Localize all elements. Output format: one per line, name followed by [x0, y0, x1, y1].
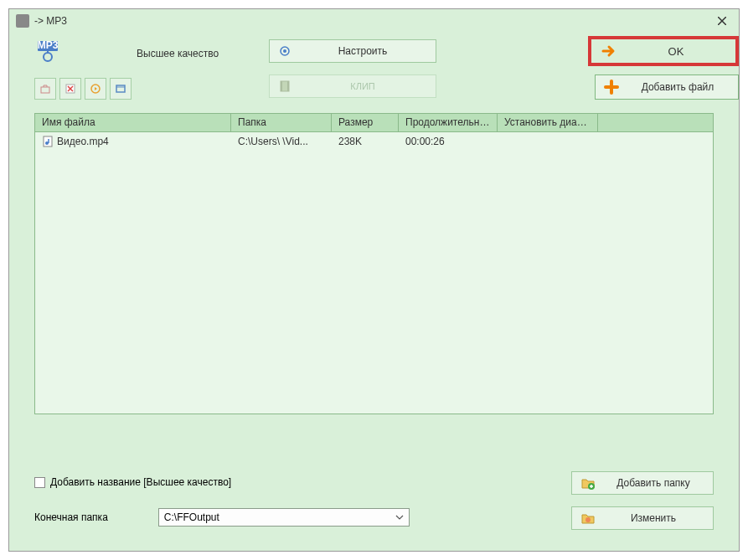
- main-window: -> MP3 MP3 Высшее качество Настроить OK …: [8, 8, 740, 552]
- folder-edit-icon: [580, 511, 596, 526]
- add-title-label: Добавить название [Высшее качество]: [50, 476, 231, 488]
- film-icon: [278, 80, 291, 93]
- chevron-down-icon: [395, 515, 404, 520]
- td-setrange: [498, 139, 598, 144]
- ok-label: OK: [627, 45, 725, 58]
- svg-text:MP3: MP3: [38, 39, 59, 51]
- add-file-label: Добавить файл: [626, 81, 730, 93]
- arrow-right-icon: [601, 44, 616, 59]
- change-folder-label: Изменить: [602, 512, 704, 524]
- close-icon: [718, 17, 726, 25]
- small-toolbar: [34, 78, 132, 100]
- folder-add-icon: [580, 475, 596, 491]
- clip-label: КЛИП: [298, 81, 427, 91]
- clip-button[interactable]: КЛИП: [269, 74, 436, 98]
- play-button[interactable]: [85, 78, 106, 100]
- add-file-button[interactable]: Добавить файл: [595, 74, 739, 100]
- quality-label: Высшее качество: [137, 48, 219, 59]
- mp3-format-icon: MP3: [36, 39, 59, 63]
- change-folder-button[interactable]: Изменить: [571, 506, 714, 530]
- td-spacer: [598, 139, 713, 144]
- dest-folder-combo[interactable]: C:\FFOutput: [158, 508, 410, 527]
- titlebar: -> MP3: [9, 9, 739, 33]
- dest-folder-label: Конечная папка: [34, 511, 108, 523]
- dest-row: Конечная папка C:\FFOutput: [34, 508, 410, 527]
- gear-icon: [278, 44, 291, 58]
- dest-folder-value: C:\FFOutput: [164, 511, 219, 523]
- th-filename[interactable]: Имя файла: [35, 114, 231, 131]
- td-size: 238K: [332, 133, 399, 150]
- view-button[interactable]: [110, 78, 132, 100]
- file-table: Имя файла Папка Размер Продолжительность…: [34, 113, 714, 414]
- bottom-panel: Добавить название [Высшее качество] Доба…: [34, 476, 714, 539]
- delete-button[interactable]: [59, 78, 81, 100]
- th-duration[interactable]: Продолжительность: [399, 114, 498, 131]
- top-toolbar: MP3 Высшее качество Настроить OK КЛИП До…: [9, 33, 739, 108]
- svg-rect-8: [41, 87, 49, 93]
- svg-rect-20: [44, 136, 52, 146]
- svg-point-26: [586, 517, 591, 522]
- open-button[interactable]: [34, 78, 56, 100]
- svg-point-7: [283, 49, 286, 53]
- table-header: Имя файла Папка Размер Продолжительность…: [35, 114, 713, 132]
- media-file-icon: [42, 136, 54, 147]
- window-icon: [115, 83, 126, 95]
- svg-rect-16: [281, 81, 282, 91]
- td-folder: C:\Users\ \Vid...: [231, 133, 332, 150]
- th-spacer: [598, 114, 713, 131]
- add-title-checkbox-row[interactable]: Добавить название [Высшее качество]: [34, 476, 231, 488]
- th-setrange[interactable]: Установить диапа…: [498, 114, 598, 131]
- add-folder-label: Добавить папку: [602, 477, 704, 489]
- window-title: -> MP3: [34, 15, 712, 27]
- filename-text: Видео.mp4: [57, 136, 109, 147]
- play-icon: [90, 83, 101, 95]
- svg-rect-17: [287, 81, 289, 91]
- add-title-checkbox[interactable]: [34, 477, 45, 488]
- app-icon: [16, 14, 29, 28]
- svg-point-4: [44, 53, 52, 61]
- close-button[interactable]: [712, 11, 732, 31]
- open-icon: [39, 83, 51, 95]
- add-folder-button[interactable]: Добавить папку: [571, 471, 714, 495]
- td-filename: Видео.mp4: [35, 133, 231, 150]
- td-duration: 00:00:26: [399, 133, 498, 150]
- svg-rect-13: [116, 85, 125, 92]
- th-folder[interactable]: Папка: [231, 114, 332, 131]
- ok-button[interactable]: OK: [588, 36, 739, 66]
- delete-icon: [64, 83, 76, 95]
- configure-label: Настроить: [298, 45, 427, 57]
- th-size[interactable]: Размер: [332, 114, 399, 131]
- configure-button[interactable]: Настроить: [269, 39, 436, 63]
- table-row[interactable]: Видео.mp4 C:\Users\ \Vid... 238K 00:00:2…: [35, 132, 713, 151]
- plus-icon: [604, 80, 619, 95]
